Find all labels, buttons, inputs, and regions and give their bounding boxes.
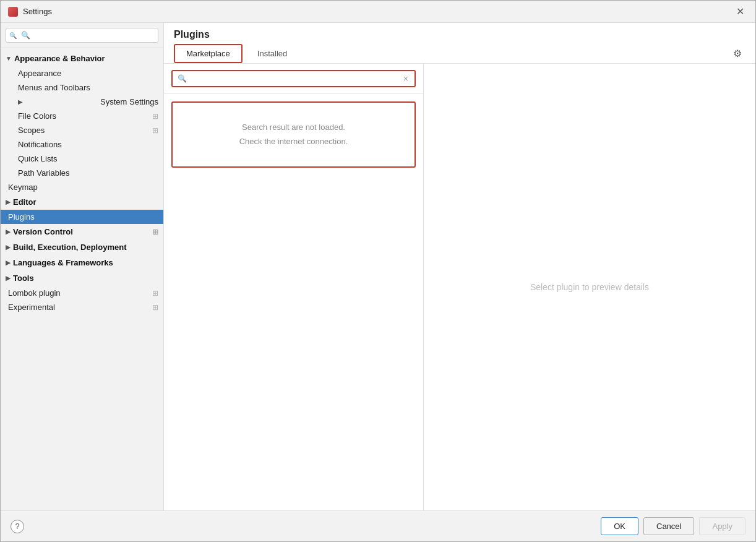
window-title: Settings <box>23 7 732 16</box>
plugins-title: Plugins <box>174 29 745 40</box>
ok-button[interactable]: OK <box>601 517 638 535</box>
file-colors-icon: ⊞ <box>152 112 158 121</box>
sidebar-tree: ▼ Appearance & Behavior Appearance Menus… <box>1 48 163 510</box>
settings-window: Settings ✕ ▼ Appearance & Behavior Appea… <box>0 0 756 542</box>
cancel-button[interactable]: Cancel <box>643 517 694 535</box>
sidebar-item-version-control[interactable]: ▶ Version Control ⊞ <box>1 224 163 239</box>
settings-gear-icon[interactable]: ⚙ <box>729 45 745 62</box>
chevron-right-icon-vc: ▶ <box>6 228 11 235</box>
main-content: ▼ Appearance & Behavior Appearance Menus… <box>1 23 755 510</box>
tabs-row: Marketplace Installed ⚙ <box>174 44 745 63</box>
help-button[interactable]: ? <box>11 520 24 533</box>
sidebar-search-input[interactable] <box>6 28 158 43</box>
experimental-icon: ⊞ <box>152 303 158 312</box>
sidebar-item-notifications[interactable]: Notifications <box>1 137 163 152</box>
sidebar-search-area <box>1 23 163 48</box>
chevron-right-icon: ▶ <box>18 98 23 105</box>
sidebar-item-languages-frameworks[interactable]: ▶ Languages & Frameworks <box>1 255 163 270</box>
sidebar-item-keymap[interactable]: Keymap <box>1 180 163 194</box>
title-bar: Settings ✕ <box>1 1 755 23</box>
sidebar-item-appearance-behavior[interactable]: ▼ Appearance & Behavior <box>1 51 163 66</box>
clear-search-button[interactable]: × <box>402 74 410 84</box>
tab-installed[interactable]: Installed <box>245 44 299 63</box>
sidebar-item-path-variables[interactable]: Path Variables <box>1 166 163 180</box>
chevron-right-icon-tools: ▶ <box>6 275 11 282</box>
sidebar-item-tools[interactable]: ▶ Tools <box>1 270 163 286</box>
chevron-down-icon: ▼ <box>6 55 12 62</box>
sidebar-item-scopes[interactable]: Scopes ⊞ <box>1 123 163 137</box>
help-area: ? <box>11 520 24 533</box>
sidebar-item-build-execution[interactable]: ▶ Build, Execution, Deployment <box>1 239 163 255</box>
lombok-icon: ⊞ <box>152 289 158 298</box>
plugin-search-input[interactable]: lombok <box>191 74 402 84</box>
plugins-header: Plugins Marketplace Installed ⚙ <box>164 23 755 64</box>
plugin-preview-panel: Select plugin to preview details <box>424 64 755 510</box>
preview-placeholder-text: Select plugin to preview details <box>530 282 649 292</box>
search-icon: 🔍 <box>178 74 187 83</box>
bottom-bar: ? OK Cancel Apply <box>1 510 755 541</box>
chevron-right-icon-lang: ▶ <box>6 259 11 266</box>
search-error-line1: Search result are not loaded. <box>183 120 405 134</box>
sidebar-item-file-colors[interactable]: File Colors ⊞ <box>1 109 163 123</box>
scopes-icon: ⊞ <box>152 126 158 135</box>
close-button[interactable]: ✕ <box>732 4 748 19</box>
search-bar-inner: 🔍 lombok × <box>171 70 416 87</box>
version-control-icon: ⊞ <box>152 228 158 236</box>
sidebar-item-experimental[interactable]: Experimental ⊞ <box>1 300 163 314</box>
sidebar-item-editor[interactable]: ▶ Editor <box>1 194 163 210</box>
sidebar-search-wrapper <box>6 28 158 43</box>
action-buttons: OK Cancel Apply <box>601 517 745 535</box>
search-error-box: Search result are not loaded. Check the … <box>171 101 416 168</box>
app-icon <box>8 7 18 17</box>
right-panel: Plugins Marketplace Installed ⚙ � <box>164 23 755 510</box>
search-error-line2: Check the internet connection. <box>183 134 405 148</box>
sidebar-item-menus-toolbars[interactable]: Menus and Toolbars <box>1 80 163 95</box>
plugins-list-panel: 🔍 lombok × Search result are not loaded.… <box>164 64 424 510</box>
chevron-right-icon-editor: ▶ <box>6 199 11 205</box>
plugins-body: 🔍 lombok × Search result are not loaded.… <box>164 64 755 510</box>
chevron-right-icon-build: ▶ <box>6 244 11 251</box>
sidebar-item-appearance[interactable]: Appearance <box>1 66 163 80</box>
sidebar: ▼ Appearance & Behavior Appearance Menus… <box>1 23 164 510</box>
sidebar-item-quick-lists[interactable]: Quick Lists <box>1 152 163 166</box>
tab-marketplace[interactable]: Marketplace <box>174 44 243 63</box>
sidebar-item-plugins[interactable]: Plugins <box>1 210 163 224</box>
sidebar-item-system-settings[interactable]: ▶ System Settings <box>1 95 163 109</box>
apply-button[interactable]: Apply <box>699 517 745 535</box>
sidebar-item-lombok-plugin[interactable]: Lombok plugin ⊞ <box>1 286 163 300</box>
search-bar: 🔍 lombok × <box>164 64 423 94</box>
